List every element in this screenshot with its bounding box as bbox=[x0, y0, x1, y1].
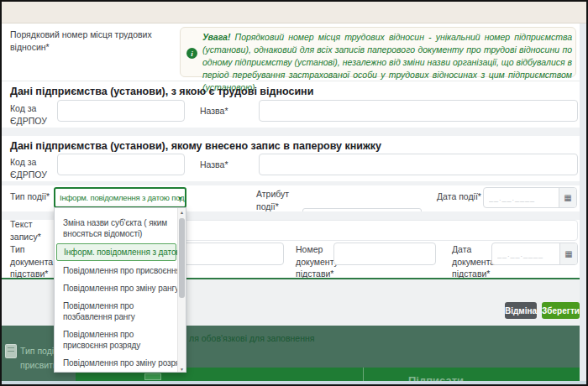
event-type-select[interactable]: Інформ. повідомлення з датою події ▾ bbox=[54, 187, 186, 208]
company2-section-title: Дані підприємства (установи), якому внес… bbox=[10, 140, 531, 152]
doc-type-label: Тип документа підстави* bbox=[10, 243, 56, 280]
company2-name-input[interactable] bbox=[260, 154, 577, 175]
labor-record-form: Порядковий номер місця трудових відносин… bbox=[0, 0, 588, 386]
record-text-label: Текст запису* bbox=[10, 218, 50, 243]
right-gutter bbox=[580, 23, 586, 381]
company2-edrpou-label: Код за ЄДРПОУ bbox=[10, 156, 54, 180]
company1-edrpou-input[interactable] bbox=[58, 101, 184, 121]
event-date-input[interactable] bbox=[484, 188, 559, 207]
required-note: ля обов'язкові для заповнення bbox=[189, 333, 314, 343]
doc-date-field: ▦ bbox=[491, 243, 578, 265]
calendar-icon[interactable]: ▦ bbox=[559, 188, 576, 207]
company2-edrpou-input[interactable] bbox=[58, 154, 184, 175]
event-date-field: ▦ bbox=[483, 187, 577, 208]
footer-bar-separator bbox=[363, 368, 364, 381]
scrollbar-thumb[interactable] bbox=[179, 218, 185, 298]
doc-number-input-box bbox=[333, 243, 436, 265]
company1-edrpou-label: Код за ЄДРПОУ bbox=[10, 102, 54, 127]
event-type-dropdown: Зміна назви суб'єкта ( яким вносяться ві… bbox=[54, 207, 186, 373]
dropdown-item[interactable]: Повідомлення про зміну розряду bbox=[55, 354, 186, 372]
notice-text: Увага! Порядковий номер місця трудових в… bbox=[202, 31, 572, 94]
company1-section-title: Дані підприємства (установи), з якою є т… bbox=[10, 86, 514, 97]
scroll-up-icon[interactable]: ▲ bbox=[178, 208, 186, 216]
notice-box: i Увага! Порядковий номер місця трудових… bbox=[180, 27, 576, 77]
save-button[interactable]: Зберегти bbox=[542, 302, 580, 319]
company1-name-input[interactable] bbox=[260, 101, 577, 121]
top-strip bbox=[2, 2, 586, 23]
section-band bbox=[2, 181, 580, 185]
cancel-button[interactable]: Відміна bbox=[505, 302, 537, 319]
company1-edrpou-input-box bbox=[57, 100, 185, 122]
dropdown-item-selected[interactable]: Інформ. повідомлення з датою події bbox=[56, 243, 176, 261]
doc-date-input[interactable] bbox=[492, 243, 559, 264]
event-type-value: Інформ. повідомлення з датою події bbox=[60, 193, 186, 202]
dropdown-item[interactable]: Повідомлення про зміну рангу bbox=[55, 279, 186, 297]
info-icon: i bbox=[186, 48, 197, 59]
dropdown-item[interactable]: Повідомлення про присвоєння рангу bbox=[55, 262, 186, 279]
doc-number-input[interactable] bbox=[334, 243, 435, 264]
company1-name-label: Назва* bbox=[200, 105, 250, 117]
event-type-label: Тип події* bbox=[10, 190, 52, 203]
event-attribute-label: Атрибут події* bbox=[256, 188, 298, 212]
dropdown-item[interactable]: Повідомлення про позбавлення рангу bbox=[55, 297, 186, 326]
company1-name-input-box bbox=[259, 100, 578, 122]
company2-name-input-box bbox=[259, 154, 578, 175]
event-date-label: Дата події* bbox=[437, 190, 483, 203]
scroll-down-icon[interactable]: ▼ bbox=[178, 365, 186, 373]
dropdown-item[interactable]: Зміна назви суб'єкта ( яким вносяться ві… bbox=[55, 214, 186, 243]
dropdown-item[interactable]: Повідомлення про присвоєння розряду bbox=[55, 326, 186, 354]
footer-cut-text-clip: Підписати bbox=[408, 373, 517, 381]
notice-body: Порядковий номер місця трудових відносин… bbox=[202, 32, 572, 92]
document-icon bbox=[5, 344, 17, 358]
company2-name-label: Назва* bbox=[200, 159, 250, 171]
footer-badge bbox=[144, 373, 161, 380]
row-separator bbox=[2, 81, 580, 81]
calendar-icon[interactable]: ▦ bbox=[559, 243, 577, 264]
cutoff-text: Підписати bbox=[408, 374, 464, 381]
dropdown-scrollbar[interactable]: ▲ ▼ bbox=[177, 208, 186, 373]
company2-edrpou-input-box bbox=[57, 154, 185, 175]
chevron-down-icon: ▾ bbox=[178, 194, 181, 201]
ordinal-number-label: Порядковий номер місця трудових відносин… bbox=[10, 29, 174, 53]
bottom-pale-strip bbox=[2, 381, 586, 384]
section-band bbox=[2, 128, 580, 136]
notice-title: Увага! bbox=[202, 32, 230, 42]
